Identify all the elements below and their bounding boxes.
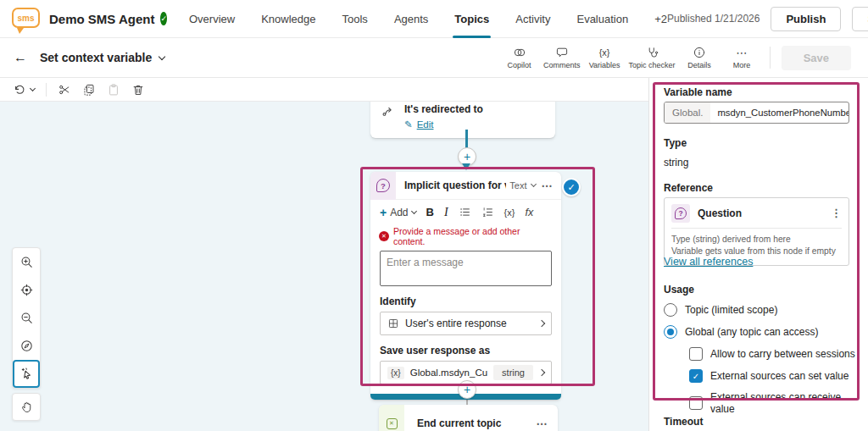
canvas-edit-toolbar [0,78,648,102]
nav-item-tools[interactable]: Tools [342,0,368,38]
variable-scope-prefix: Global. [665,102,710,123]
copilot-button[interactable]: Copilot [499,44,539,71]
bullet-list-button[interactable] [459,206,471,218]
comment-icon [555,46,569,59]
variable-name-input[interactable]: Global. msdyn_CustomerPhoneNumber [664,102,849,124]
zoom-out-button[interactable] [13,304,40,332]
question-node[interactable]: ? Implicit question for var... Text ⋯ + … [370,172,561,400]
nav-item-activity[interactable]: Activity [515,0,550,38]
settings-button[interactable]: Settings [852,7,868,31]
usage-option-topic[interactable]: Topic (limited scope) [664,303,777,317]
nav-item-overflow[interactable]: +2 [654,0,667,38]
details-button[interactable]: Details [680,44,720,71]
insert-variable-button[interactable]: {x} [504,207,515,218]
minimap-button[interactable] [13,332,40,360]
topic-title-chevron-down-icon[interactable] [159,52,165,59]
checkbox-unchecked-icon [689,347,703,361]
add-content-button[interactable]: + Add [380,206,416,219]
pan-tool-button[interactable] [12,393,41,421]
usage-label: Usage [664,284,694,296]
redirect-node-title: It's redirected to [404,103,483,115]
numbered-list-button[interactable] [481,206,494,218]
node-selected-check-icon[interactable]: ✓ [562,178,581,196]
question-node-title: Implicit question for var... [396,180,506,191]
option-carry-between-sessions[interactable]: Allow to carry between sessions [689,347,855,361]
end-node-menu-button[interactable]: ⋯ [537,405,559,431]
pencil-icon: ✎ [404,119,413,130]
formula-button[interactable]: fx [525,207,533,218]
mode-chevron-down-icon [530,181,536,187]
pointer-sparkle-icon [19,367,34,381]
checkbox-unchecked-icon [689,396,703,410]
variable-properties-panel: Variable name Global. msdyn_CustomerPhon… [648,78,868,431]
compass-icon [19,339,34,353]
canvas-zoom-toolbar [12,247,41,389]
message-mode-dropdown[interactable]: Text [509,180,535,191]
undo-button[interactable] [13,83,35,97]
nav-item-agents[interactable]: Agents [394,0,428,38]
italic-button[interactable]: I [444,206,448,219]
agent-name: Demo SMS Agent [49,12,154,26]
radio-selected-icon [664,325,677,339]
edit-link[interactable]: ✎ Edit [404,119,483,130]
sms-logo[interactable]: sms [12,8,40,30]
type-value: string [664,157,688,169]
variable-name-label: Variable name [664,86,732,98]
end-node-title: End current topic [404,405,537,431]
copy-icon[interactable] [82,83,96,97]
paste-icon [107,83,120,97]
identify-selector[interactable]: User's entire response [380,312,552,335]
variables-button[interactable]: {x} Variables [585,44,625,71]
edit-toolbar-divider [46,83,47,97]
hand-icon [19,400,34,414]
save-chevron-right-icon [538,369,545,376]
end-topic-node[interactable]: ✕ End current topic ⋯ [379,405,558,431]
option-external-receive-value[interactable]: External sources can receive value [689,391,868,415]
bold-button[interactable]: B [426,206,434,218]
connector-arrow-icon [462,163,470,170]
question-icon: ? [376,179,390,192]
delete-icon[interactable] [131,83,145,97]
info-icon [693,46,706,59]
copilot-icon [513,46,526,59]
redirect-node[interactable]: It's redirected to ✎ Edit [370,102,555,138]
nav-item-evaluation[interactable]: Evaluation [576,0,628,38]
back-button[interactable]: ← [14,50,27,65]
target-icon [19,283,34,297]
topic-checker-button[interactable]: Topic checker [627,44,677,71]
select-tool-button[interactable] [13,360,40,388]
more-tools-button[interactable]: ⋯ More [722,44,762,71]
save-variable-name: Global.msdyn_Cus... [410,367,487,378]
nav-item-topics[interactable]: Topics [454,0,489,38]
checkbox-checked-icon: ✓ [689,369,703,383]
type-label: Type [664,137,687,149]
option-external-set-value[interactable]: ✓ External sources can set value [689,369,849,383]
insert-node-button[interactable]: + [458,380,476,399]
reference-card-header: ? Question ⋮ [665,198,849,228]
question-icon: ? [675,207,687,219]
nav-item-knowledge[interactable]: Knowledge [261,0,315,38]
view-all-references-link[interactable]: View all references [664,256,753,268]
save-variable-type: string [493,365,533,380]
fit-view-button[interactable] [13,276,40,304]
save-button[interactable]: Save [782,46,851,70]
reference-question-icon-area: ? [671,204,690,223]
reference-menu-button[interactable]: ⋮ [831,207,842,219]
zoom-in-icon [19,255,34,269]
zoom-in-button[interactable] [13,248,40,276]
validation-error: ✕ Provide a message or add other content… [370,224,561,251]
reference-label: Reference [664,182,713,194]
topic-canvas[interactable]: It's redirected to ✎ Edit + ? Implicit q… [0,102,648,431]
add-plus-icon: + [380,206,387,219]
reference-card-title: Question [698,207,823,219]
published-status: Published 1/21/2026 [667,13,760,25]
topbar-actions: Published 1/21/2026 Publish Settings Tes… [667,7,868,31]
cut-icon[interactable] [58,83,71,97]
nav-item-overview[interactable]: Overview [189,0,235,38]
publish-button[interactable]: Publish [771,7,841,31]
usage-option-global[interactable]: Global (any topic can access) [664,325,818,339]
undo-chevron-down-icon [30,85,36,91]
message-input[interactable] [380,251,552,286]
question-node-menu-button[interactable]: ⋯ [542,180,554,192]
comments-button[interactable]: Comments [542,44,582,71]
